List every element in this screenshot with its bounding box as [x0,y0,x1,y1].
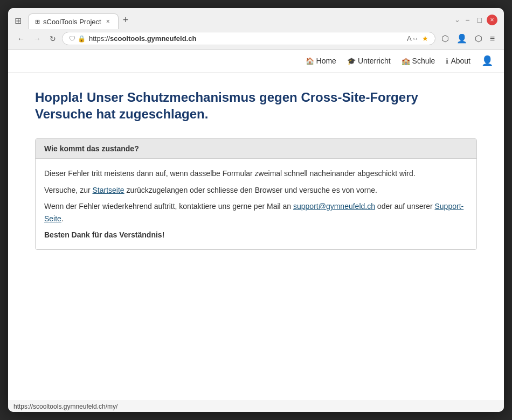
error-line3-suffix: . [61,214,64,223]
back-button[interactable]: ← [15,33,27,45]
nav-home[interactable]: 🏠 Home [306,57,336,65]
status-url: https://scooltools.gymneufeld.ch/my/ [13,403,117,410]
title-bar: ⊞ ⊞ sCoolTools Project × + ⌄ − □ × [8,8,504,29]
nav-schule[interactable]: 🏫 Schule [402,57,435,65]
bookmark-star-icon[interactable]: ★ [422,34,428,43]
user-account-button[interactable]: 👤 [481,55,493,67]
nav-about-label: About [451,57,471,65]
main-content: Hoppla! Unser Schutzmechanismus gegen Cr… [8,73,504,266]
error-line3-middle: oder auf unserer [375,202,435,211]
nav-schule-label: Schule [412,57,435,65]
tab-title: sCoolTools Project [43,18,101,26]
forward-button[interactable]: → [31,33,44,45]
error-title-line1: Hoppla! Unser Schutzmechanismus gegen Cr… [35,90,418,104]
address-bar-icons: 🛡 🔒 [69,35,86,43]
error-line2-prefix: Versuche, zur [44,186,93,194]
home-icon: 🏠 [306,57,314,65]
tab-favicon: ⊞ [35,18,40,25]
close-button[interactable]: × [487,15,497,25]
error-line2-suffix: zurückzugelangen oder schliesse den Brow… [124,186,377,194]
nav-unterricht-label: Unterricht [358,57,391,65]
about-icon: ℹ [446,57,448,65]
unterricht-icon: 🎓 [347,57,356,65]
shield-icon: 🛡 [69,35,75,43]
reload-button[interactable]: ↻ [47,33,59,45]
account-button[interactable]: 👤 [454,31,470,46]
tab-close-btn[interactable]: × [105,17,112,26]
error-title: Hoppla! Unser Schutzmechanismus gegen Cr… [35,89,477,122]
nav-home-label: Home [316,57,336,65]
error-line3: Wenn der Fehler wiederkehrend auftritt, … [44,200,468,225]
error-title-line2: Versuche hat zugeschlagen. [35,107,208,121]
support-email-link[interactable]: support@gymneufeld.ch [293,202,375,211]
error-line4: Besten Dank für das Verständnis! [44,229,468,241]
info-box-header: Wie kommt das zustande? [36,139,476,159]
pocket-button[interactable]: ⬡ [439,31,452,46]
tab-bar: ⊞ sCoolTools Project × + [28,12,450,29]
error-thanks: Besten Dank für das Verständnis! [44,230,164,239]
website-content: 🏠 Home 🎓 Unterricht 🏫 Schule ℹ About 👤 H… [8,50,504,401]
menu-button[interactable]: ≡ [487,32,497,46]
schule-icon: 🏫 [402,57,410,65]
info-box: Wie kommt das zustande? Dieser Fehler tr… [35,138,477,250]
info-box-body: Dieser Fehler tritt meistens dann auf, w… [36,159,476,249]
error-line1: Dieser Fehler tritt meistens dann auf, w… [44,167,468,179]
status-bar: https://scooltools.gymneufeld.ch/my/ [8,401,504,412]
chevron-down-icon[interactable]: ⌄ [454,16,460,24]
active-tab[interactable]: ⊞ sCoolTools Project × [28,13,119,29]
lock-icon: 🔒 [78,35,86,43]
window-controls: ⊞ [15,16,22,26]
nav-bar: ← → ↻ 🛡 🔒 https://scooltools.gymneufeld.… [8,29,504,49]
site-nav: 🏠 Home 🎓 Unterricht 🏫 Schule ℹ About 👤 [8,50,504,73]
nav-unterricht[interactable]: 🎓 Unterricht [347,57,391,65]
address-bar-right: A↔ ★ [407,34,428,43]
new-tab-button[interactable]: + [119,12,133,28]
nav-right-icons: ⬡ 👤 ⬡ ≡ [439,31,497,46]
window-buttons: ⌄ − □ × [454,15,497,25]
maximize-button[interactable]: □ [475,15,485,25]
minimize-button[interactable]: − [462,15,472,25]
browser-window: ⊞ ⊞ sCoolTools Project × + ⌄ − □ × [8,8,504,412]
address-bar[interactable]: 🛡 🔒 https://scooltools.gymneufeld.ch A↔ … [62,32,435,45]
startseite-link[interactable]: Startseite [93,186,124,194]
nav-about[interactable]: ℹ About [446,57,471,65]
browser-chrome: ⊞ ⊞ sCoolTools Project × + ⌄ − □ × [8,8,504,50]
error-line2: Versuche, zur Startseite zurückzugelange… [44,184,468,196]
grid-icon: ⊞ [15,16,22,26]
translate-icon[interactable]: A↔ [407,34,419,43]
address-text: https://scooltools.gymneufeld.ch [89,34,404,43]
extensions-button[interactable]: ⬡ [472,31,485,46]
error-line3-prefix: Wenn der Fehler wiederkehrend auftritt, … [44,202,293,211]
